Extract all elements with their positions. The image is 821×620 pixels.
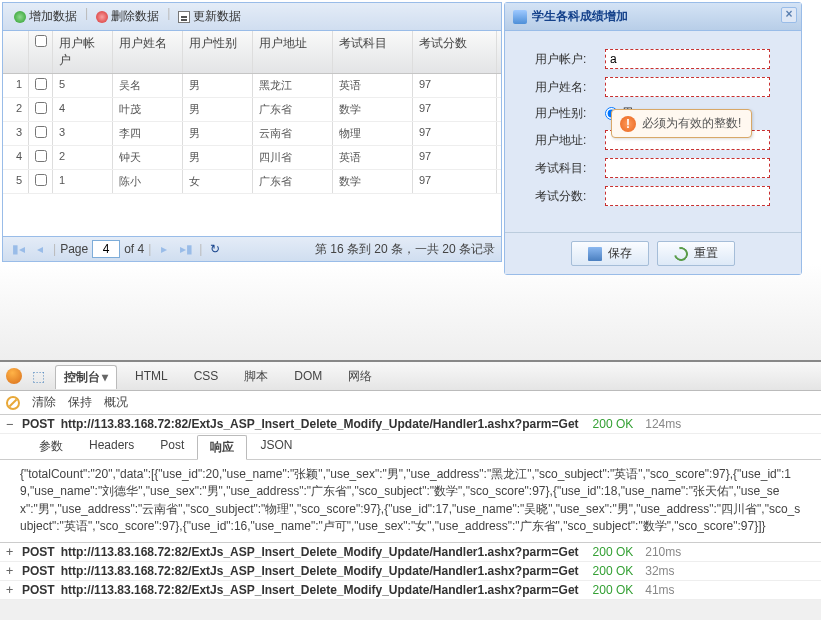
score-label: 考试分数: xyxy=(535,188,605,205)
grid-header: 用户帐户 用户姓名 用户性别 用户地址 考试科目 考试分数 xyxy=(3,31,501,74)
reqtab-参数[interactable]: 参数 xyxy=(26,434,76,459)
col-acct[interactable]: 用户帐户 xyxy=(53,31,113,73)
firebug-subtoolbar: 清除 保持 概况 xyxy=(0,391,821,415)
delete-button[interactable]: 删除数据 xyxy=(90,6,165,27)
tab-net[interactable]: 网络 xyxy=(340,365,380,388)
acct-input[interactable] xyxy=(605,49,770,69)
refresh-button[interactable]: ↻ xyxy=(206,240,224,258)
row-checkbox[interactable] xyxy=(35,174,47,186)
add-icon xyxy=(14,11,26,23)
toggle-icon[interactable]: + xyxy=(6,564,16,578)
tab-css[interactable]: CSS xyxy=(186,366,227,386)
sex-label: 用户性别: xyxy=(535,105,605,122)
subj-label: 考试科目: xyxy=(535,160,605,177)
name-label: 用户姓名: xyxy=(535,79,605,96)
reqtab-Post[interactable]: Post xyxy=(147,434,197,459)
save-button[interactable]: 保存 xyxy=(571,241,649,266)
pager-status: 第 16 条到 20 条，一共 20 条记录 xyxy=(315,241,495,258)
score-input[interactable] xyxy=(605,186,770,206)
request-list: −POST http://113.83.168.72:82/ExtJs_ASP_… xyxy=(0,415,821,600)
table-row[interactable]: 42钟天男四川省英语97 xyxy=(3,146,501,170)
inspect-icon[interactable]: ⬚ xyxy=(32,368,45,384)
persist-button[interactable]: 保持 xyxy=(68,394,92,411)
response-body[interactable]: {"totalCount":"20","data":[{"use_id":20,… xyxy=(0,460,821,543)
row-checkbox[interactable] xyxy=(35,102,47,114)
tab-html[interactable]: HTML xyxy=(127,366,176,386)
update-label: 更新数据 xyxy=(193,8,241,25)
col-addr[interactable]: 用户地址 xyxy=(253,31,333,73)
reqtab-JSON[interactable]: JSON xyxy=(247,434,305,459)
page-of: of 4 xyxy=(124,242,144,256)
col-score[interactable]: 考试分数 xyxy=(413,31,497,73)
tab-dom[interactable]: DOM xyxy=(286,366,330,386)
delete-icon xyxy=(96,11,108,23)
firebug-panel: ⬚ 控制台▾ HTML CSS 脚本 DOM 网络 清除 保持 概况 −POST… xyxy=(0,360,821,600)
row-checkbox[interactable] xyxy=(35,78,47,90)
tab-console[interactable]: 控制台▾ xyxy=(55,365,117,389)
page-input[interactable] xyxy=(92,240,120,258)
error-icon: ! xyxy=(620,116,636,132)
form-title: 学生各科成绩增加 xyxy=(532,8,628,25)
toggle-icon[interactable]: − xyxy=(6,417,16,431)
request-row[interactable]: +POST http://113.83.168.72:82/ExtJs_ASP_… xyxy=(0,543,821,562)
update-icon xyxy=(178,11,190,23)
table-row[interactable]: 51陈小女广东省数学97 xyxy=(3,170,501,194)
table-row[interactable]: 15吴名男黑龙江英语97 xyxy=(3,74,501,98)
table-row[interactable]: 24叶茂男广东省数学97 xyxy=(3,98,501,122)
form-title-bar[interactable]: 学生各科成绩增加 × xyxy=(505,3,801,31)
reset-icon xyxy=(671,244,690,263)
reset-button[interactable]: 重置 xyxy=(657,241,735,266)
firebug-tabs: ⬚ 控制台▾ HTML CSS 脚本 DOM 网络 xyxy=(0,362,821,391)
clear-button[interactable]: 清除 xyxy=(32,394,56,411)
delete-label: 删除数据 xyxy=(111,8,159,25)
page-label: Page xyxy=(60,242,88,256)
subj-input[interactable] xyxy=(605,158,770,178)
reqtab-响应[interactable]: 响应 xyxy=(197,435,247,460)
col-subj[interactable]: 考试科目 xyxy=(333,31,413,73)
col-sex[interactable]: 用户性别 xyxy=(183,31,253,73)
row-checkbox[interactable] xyxy=(35,150,47,162)
acct-label: 用户帐户: xyxy=(535,51,605,68)
next-page-button[interactable]: ▸ xyxy=(155,240,173,258)
grid-panel: 增加数据 | 删除数据 | 更新数据 用户帐户 用户姓名 用户性别 用户地址 考… xyxy=(2,2,502,262)
request-subtabs: 参数HeadersPost响应JSON xyxy=(0,434,821,460)
firebug-icon[interactable] xyxy=(6,368,22,384)
grid-body: 15吴名男黑龙江英语9724叶茂男广东省数学9733李四男云南省物理9742钟天… xyxy=(3,74,501,236)
tab-script[interactable]: 脚本 xyxy=(236,365,276,388)
error-message: 必须为有效的整数! xyxy=(642,115,741,132)
first-page-button[interactable]: ▮◂ xyxy=(9,240,27,258)
clear-icon[interactable] xyxy=(6,396,20,410)
form-window: 学生各科成绩增加 × 用户帐户: 用户姓名: 用户性别:男 用户地址: 考试科目… xyxy=(504,2,802,275)
col-name[interactable]: 用户姓名 xyxy=(113,31,183,73)
add-button[interactable]: 增加数据 xyxy=(8,6,83,27)
toggle-icon[interactable]: + xyxy=(6,583,16,597)
table-row[interactable]: 33李四男云南省物理97 xyxy=(3,122,501,146)
request-row[interactable]: +POST http://113.83.168.72:82/ExtJs_ASP_… xyxy=(0,581,821,600)
profile-button[interactable]: 概况 xyxy=(104,394,128,411)
name-input[interactable] xyxy=(605,77,770,97)
error-tooltip: ! 必须为有效的整数! xyxy=(611,109,752,138)
select-all-checkbox[interactable] xyxy=(35,35,47,47)
form-icon xyxy=(513,10,527,24)
save-icon xyxy=(588,247,602,261)
close-button[interactable]: × xyxy=(781,7,797,23)
pager: ▮◂ ◂ | Page of 4 | ▸ ▸▮ | ↻ 第 16 条到 20 条… xyxy=(3,236,501,261)
request-row[interactable]: +POST http://113.83.168.72:82/ExtJs_ASP_… xyxy=(0,562,821,581)
request-row[interactable]: −POST http://113.83.168.72:82/ExtJs_ASP_… xyxy=(0,415,821,434)
addr-label: 用户地址: xyxy=(535,132,605,149)
toggle-icon[interactable]: + xyxy=(6,545,16,559)
add-label: 增加数据 xyxy=(29,8,77,25)
reqtab-Headers[interactable]: Headers xyxy=(76,434,147,459)
save-label: 保存 xyxy=(608,245,632,262)
prev-page-button[interactable]: ◂ xyxy=(31,240,49,258)
reset-label: 重置 xyxy=(694,245,718,262)
update-button[interactable]: 更新数据 xyxy=(172,6,247,27)
row-checkbox[interactable] xyxy=(35,126,47,138)
grid-toolbar: 增加数据 | 删除数据 | 更新数据 xyxy=(3,3,501,31)
last-page-button[interactable]: ▸▮ xyxy=(177,240,195,258)
